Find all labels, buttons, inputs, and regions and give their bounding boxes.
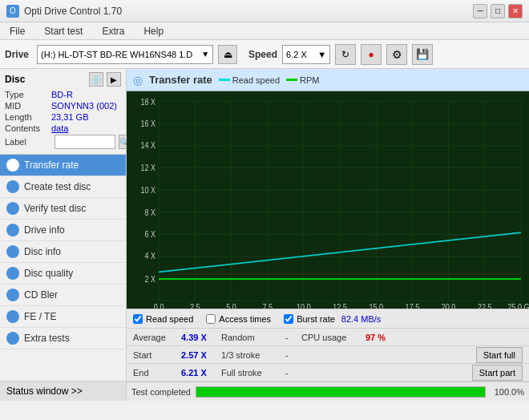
- create-test-disc-icon: [6, 180, 19, 193]
- menu-file[interactable]: File: [5, 24, 30, 38]
- nav-verify-test-disc[interactable]: Verify test disc: [0, 198, 126, 220]
- eject-button[interactable]: ⏏: [218, 45, 237, 64]
- nav-drive-info[interactable]: Drive info: [0, 220, 126, 241]
- svg-text:5.0: 5.0: [226, 303, 236, 309]
- minimize-button[interactable]: ─: [473, 4, 487, 18]
- nav-disc-quality[interactable]: Disc quality: [0, 263, 126, 285]
- close-button[interactable]: ✕: [508, 4, 523, 18]
- nav-disc-info[interactable]: Disc info: [0, 241, 126, 263]
- svg-text:6 X: 6 X: [145, 229, 156, 239]
- end-label: End: [133, 368, 181, 378]
- full-stroke-val: -: [285, 368, 301, 378]
- random-label: Random: [221, 333, 285, 342]
- disc-section-title: Disc: [5, 74, 25, 85]
- svg-text:0.0: 0.0: [154, 303, 164, 309]
- nav-disc-quality-label: Disc quality: [24, 268, 73, 279]
- svg-text:18 X: 18 X: [141, 97, 156, 107]
- fe-te-icon: [6, 310, 19, 323]
- menu-bar: File Start test Extra Help: [0, 22, 529, 40]
- svg-text:2 X: 2 X: [145, 274, 156, 284]
- start-label: Start: [133, 350, 181, 360]
- stats-row-average: Average 4.39 X Random - CPU usage 97 %: [127, 329, 529, 346]
- svg-text:4 X: 4 X: [145, 252, 156, 261]
- disc-contents-row: Contents data: [5, 123, 121, 133]
- svg-rect-0: [127, 91, 529, 309]
- nav-extra-tests-label: Extra tests: [24, 333, 70, 344]
- nav-fe-te[interactable]: FE / TE: [0, 306, 126, 328]
- svg-text:2.5: 2.5: [190, 303, 200, 309]
- ctrl-read-speed: Read speed: [133, 314, 193, 324]
- nav-cd-bler[interactable]: CD Bler: [0, 285, 126, 306]
- label-input[interactable]: [55, 135, 115, 149]
- nav-transfer-rate[interactable]: Transfer rate: [0, 155, 126, 176]
- menu-extra[interactable]: Extra: [97, 24, 129, 38]
- read-speed-checkbox[interactable]: [133, 314, 143, 324]
- disc-quality-icon: [6, 267, 19, 280]
- save-button[interactable]: 💾: [412, 44, 433, 65]
- refresh-button[interactable]: ↻: [335, 44, 356, 65]
- status-window-label: Status window >>: [6, 386, 83, 397]
- progress-percent: 100.0%: [491, 387, 524, 397]
- svg-text:10 X: 10 X: [141, 185, 156, 195]
- disc-info-icon: [6, 245, 19, 258]
- onethird-stroke-label: 1/3 stroke: [221, 350, 285, 360]
- menu-start-test[interactable]: Start test: [39, 24, 87, 38]
- disc-label-row: Label 🔍: [5, 135, 121, 149]
- cpu-usage-val: 97 %: [365, 333, 406, 342]
- random-val: -: [285, 333, 301, 342]
- maximize-button[interactable]: □: [491, 4, 505, 18]
- nav-extra-tests[interactable]: Extra tests: [0, 328, 126, 349]
- svg-text:12 X: 12 X: [141, 163, 156, 172]
- nav-create-test-disc-label: Create test disc: [24, 181, 91, 192]
- chart-svg: 18 X 16 X 14 X 12 X 10 X 8 X 6 X 4 X 2 X…: [127, 91, 529, 309]
- progress-track: [196, 386, 486, 398]
- access-times-checkbox[interactable]: [206, 314, 216, 324]
- drive-select[interactable]: (H:) HL-DT-ST BD-RE WH16NS48 1.D3 ▼: [37, 45, 213, 64]
- average-label: Average: [133, 333, 181, 342]
- disc-icon-btn1[interactable]: 💿: [89, 72, 103, 87]
- settings-button[interactable]: ⚙: [386, 44, 407, 65]
- ctrl-access-times: Access times: [206, 314, 271, 324]
- legend-read-label: Read speed: [232, 75, 280, 85]
- svg-text:14 X: 14 X: [141, 141, 156, 151]
- cpu-usage-label: CPU usage: [301, 333, 365, 342]
- speed-select[interactable]: 6.2 X ▼: [282, 45, 330, 64]
- progress-fill: [196, 387, 485, 397]
- nav-create-test-disc[interactable]: Create test disc: [0, 176, 126, 198]
- legend-read-speed: Read speed: [219, 75, 280, 85]
- app-icon: O: [6, 5, 19, 18]
- read-speed-ctrl-label: Read speed: [146, 314, 193, 324]
- status-window-button[interactable]: Status window >>: [0, 381, 126, 401]
- legend-read-color: [219, 79, 230, 81]
- svg-text:8 X: 8 X: [145, 208, 156, 217]
- start-part-button[interactable]: Start part: [472, 365, 523, 381]
- svg-text:16 X: 16 X: [141, 119, 156, 128]
- disc-contents[interactable]: data: [51, 123, 68, 133]
- speed-arrow-icon: ▼: [317, 50, 326, 59]
- burst-rate-value: 82.4 MB/s: [341, 314, 382, 324]
- svg-text:12.5: 12.5: [333, 303, 347, 309]
- legend-rpm: RPM: [286, 75, 319, 85]
- start-full-button[interactable]: Start full: [476, 347, 523, 363]
- nav-cd-bler-label: CD Bler: [24, 289, 58, 301]
- end-val: 6.21 X: [181, 368, 221, 378]
- disc-type-row: Type BD-R: [5, 90, 121, 99]
- record-button[interactable]: ●: [361, 44, 382, 65]
- speed-label: Speed: [248, 49, 277, 60]
- chart-controls: Read speed Access times Burst rate 82.4 …: [127, 309, 529, 328]
- content-area: ◎ Transfer rate Read speed RPM: [127, 69, 529, 401]
- nav-section: Transfer rate Create test disc Verify te…: [0, 155, 126, 381]
- sidebar: Disc 💿 ▶ Type BD-R MID SONYNN3 (002) Len…: [0, 69, 127, 401]
- svg-text:7.5: 7.5: [262, 303, 273, 309]
- disc-mid-row: MID SONYNN3 (002): [5, 101, 121, 111]
- drive-label: Drive: [5, 49, 29, 60]
- stats-row-start: Start 2.57 X 1/3 stroke - Start full: [127, 346, 529, 364]
- disc-icon-btn2[interactable]: ▶: [107, 72, 121, 87]
- drive-info-icon: [6, 224, 19, 236]
- menu-help[interactable]: Help: [139, 24, 168, 38]
- burst-rate-checkbox[interactable]: [284, 314, 293, 324]
- disc-mid: SONYNN3 (002): [51, 101, 117, 111]
- full-stroke-label: Full stroke: [221, 368, 285, 378]
- legend-rpm-label: RPM: [300, 75, 319, 85]
- access-times-ctrl-label: Access times: [219, 314, 271, 324]
